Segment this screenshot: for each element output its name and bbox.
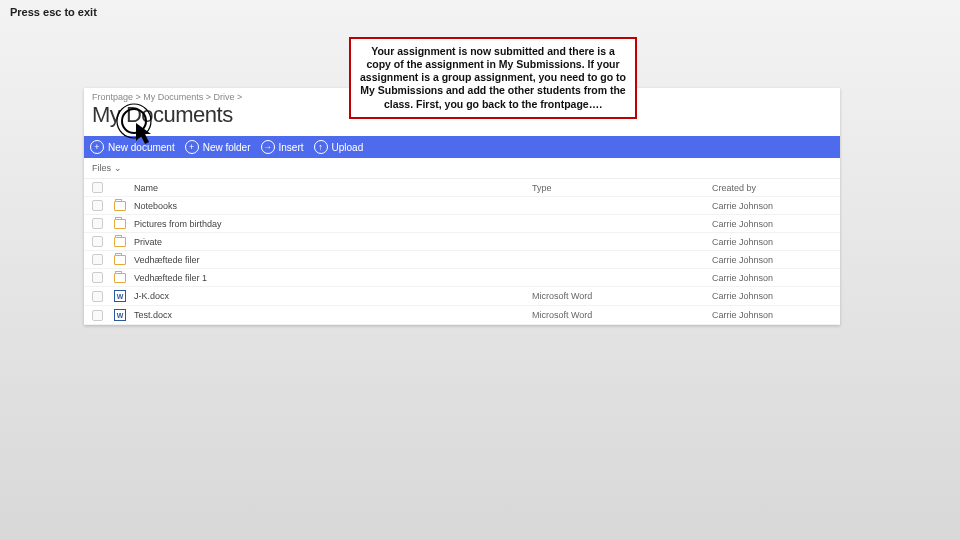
instruction-callout: Your assignment is now submitted and the… [349, 37, 637, 119]
toolbar-label: Upload [332, 142, 364, 153]
new-folder-button[interactable]: + New folder [185, 140, 251, 154]
file-created-by: Carrie Johnson [712, 273, 832, 283]
file-created-by: Carrie Johnson [712, 201, 832, 211]
table-row[interactable]: WJ-K.docxMicrosoft WordCarrie Johnson [84, 287, 840, 306]
table-row[interactable]: WTest.docxMicrosoft WordCarrie Johnson [84, 306, 840, 325]
table-row[interactable]: NotebooksCarrie Johnson [84, 197, 840, 215]
file-created-by: Carrie Johnson [712, 310, 832, 320]
file-name[interactable]: Notebooks [130, 201, 532, 211]
table-row[interactable]: Vedhæftede filer 1Carrie Johnson [84, 269, 840, 287]
file-type: Microsoft Word [532, 291, 712, 301]
file-name[interactable]: Vedhæftede filer [130, 255, 532, 265]
folder-icon [114, 201, 126, 211]
documents-panel: Frontpage > My Documents > Drive > My Do… [84, 88, 840, 325]
column-created-by[interactable]: Created by [712, 183, 832, 193]
row-checkbox[interactable] [92, 200, 103, 211]
row-checkbox[interactable] [92, 272, 103, 283]
word-file-icon: W [114, 290, 126, 302]
folder-icon [114, 255, 126, 265]
word-file-icon: W [114, 309, 126, 321]
file-name[interactable]: Test.docx [130, 310, 532, 320]
folder-icon [114, 237, 126, 247]
breadcrumb-part[interactable]: My Documents [143, 92, 203, 102]
select-all-checkbox[interactable] [92, 182, 103, 193]
file-created-by: Carrie Johnson [712, 291, 832, 301]
file-name[interactable]: Vedhæftede filer 1 [130, 273, 532, 283]
chevron-down-icon: ⌄ [114, 163, 122, 173]
row-checkbox[interactable] [92, 218, 103, 229]
file-created-by: Carrie Johnson [712, 255, 832, 265]
breadcrumb-part[interactable]: Frontpage [92, 92, 133, 102]
table-row[interactable]: Vedhæftede filerCarrie Johnson [84, 251, 840, 269]
file-name[interactable]: Private [130, 237, 532, 247]
file-name[interactable]: Pictures from birthday [130, 219, 532, 229]
file-name[interactable]: J-K.docx [130, 291, 532, 301]
arrow-up-icon: ↑ [314, 140, 328, 154]
column-name[interactable]: Name [130, 183, 532, 193]
file-list: NotebooksCarrie JohnsonPictures from bir… [84, 197, 840, 325]
folder-icon [114, 219, 126, 229]
file-created-by: Carrie Johnson [712, 219, 832, 229]
new-document-button[interactable]: + New document [90, 140, 175, 154]
table-row[interactable]: Pictures from birthdayCarrie Johnson [84, 215, 840, 233]
upload-button[interactable]: ↑ Upload [314, 140, 364, 154]
table-header: Name Type Created by [84, 179, 840, 197]
folder-icon [114, 273, 126, 283]
filter-label: Files [92, 163, 111, 173]
plus-icon: + [90, 140, 104, 154]
row-checkbox[interactable] [92, 291, 103, 302]
toolbar-label: New folder [203, 142, 251, 153]
breadcrumb-part[interactable]: Drive [214, 92, 235, 102]
file-created-by: Carrie Johnson [712, 237, 832, 247]
file-type: Microsoft Word [532, 310, 712, 320]
insert-button[interactable]: → Insert [261, 140, 304, 154]
toolbar-label: New document [108, 142, 175, 153]
toolbar: + New document + New folder → Insert ↑ U… [84, 136, 840, 158]
esc-hint: Press esc to exit [10, 6, 97, 18]
files-filter[interactable]: Files ⌄ [84, 158, 840, 179]
table-row[interactable]: PrivateCarrie Johnson [84, 233, 840, 251]
row-checkbox[interactable] [92, 236, 103, 247]
plus-icon: + [185, 140, 199, 154]
row-checkbox[interactable] [92, 310, 103, 321]
row-checkbox[interactable] [92, 254, 103, 265]
toolbar-label: Insert [279, 142, 304, 153]
column-type[interactable]: Type [532, 183, 712, 193]
arrow-right-icon: → [261, 140, 275, 154]
